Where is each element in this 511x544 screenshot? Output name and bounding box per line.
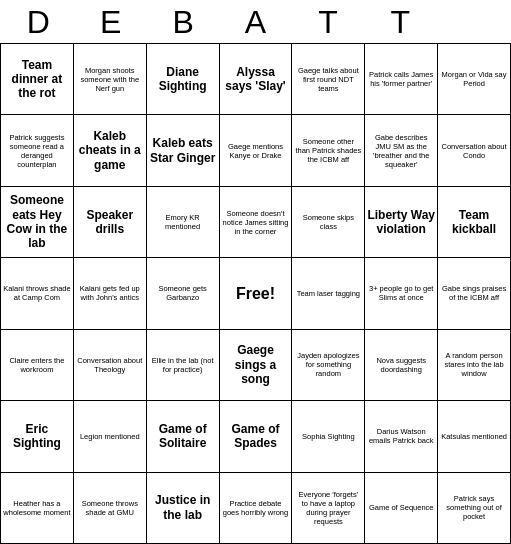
bingo-cell-27[interactable]: Gabe sings praises of the ICBM aff bbox=[438, 258, 511, 329]
bingo-cell-13[interactable]: Conversation about Condo bbox=[438, 115, 511, 186]
bingo-cell-42[interactable]: Heather has a wholesome moment bbox=[1, 473, 74, 544]
bingo-cell-46[interactable]: Everyone 'forgets' to have a laptop duri… bbox=[292, 473, 365, 544]
bingo-cell-6[interactable]: Morgan or Vida say Period bbox=[438, 44, 511, 115]
bingo-cell-23[interactable]: Someone gets Garbanzo bbox=[147, 258, 220, 329]
bingo-cell-11[interactable]: Someone other than Patrick shades the IC… bbox=[292, 115, 365, 186]
bingo-cell-12[interactable]: Gabe describes JMU SM as the 'breather a… bbox=[365, 115, 438, 186]
bingo-cell-33[interactable]: Nova suggests doordashing bbox=[365, 330, 438, 401]
bingo-cell-4[interactable]: Gaege talks about first round NDT teams bbox=[292, 44, 365, 115]
bingo-card: DEBATT Team dinner at the rotMorgan shoo… bbox=[0, 0, 511, 544]
title-letter-1: E bbox=[74, 4, 146, 41]
title-letter-2: B bbox=[147, 4, 219, 41]
bingo-cell-0[interactable]: Team dinner at the rot bbox=[1, 44, 74, 115]
bingo-cell-24[interactable]: Free! bbox=[220, 258, 293, 329]
bingo-cell-44[interactable]: Justice in the lab bbox=[147, 473, 220, 544]
bingo-cell-10[interactable]: Gaege mentions Kanye or Drake bbox=[220, 115, 293, 186]
bingo-cell-41[interactable]: Katsulas mentioned bbox=[438, 401, 511, 472]
bingo-cell-25[interactable]: Team laser tagging bbox=[292, 258, 365, 329]
bingo-cell-29[interactable]: Conversation about Theology bbox=[74, 330, 147, 401]
bingo-cell-34[interactable]: A random person stares into the lab wind… bbox=[438, 330, 511, 401]
title-letter-5: T bbox=[364, 4, 436, 41]
bingo-cell-30[interactable]: Ellie in the lab (not for practice) bbox=[147, 330, 220, 401]
title-letter-4: T bbox=[292, 4, 364, 41]
bingo-cell-39[interactable]: Sophia Sighting bbox=[292, 401, 365, 472]
bingo-cell-21[interactable]: Kalani throws shade at Camp Com bbox=[1, 258, 74, 329]
bingo-cell-18[interactable]: Someone skips class bbox=[292, 187, 365, 258]
bingo-cell-17[interactable]: Someone doesn't notice James sitting in … bbox=[220, 187, 293, 258]
bingo-grid: Team dinner at the rotMorgan shoots some… bbox=[0, 43, 511, 544]
bingo-cell-16[interactable]: Emory KR mentioned bbox=[147, 187, 220, 258]
bingo-cell-1[interactable]: Morgan shoots someone with the Nerf gun bbox=[74, 44, 147, 115]
bingo-cell-8[interactable]: Kaleb cheats in a game bbox=[74, 115, 147, 186]
bingo-cell-48[interactable]: Patrick says something out of pocket bbox=[438, 473, 511, 544]
bingo-cell-7[interactable]: Patrick suggests someone read a deranged… bbox=[1, 115, 74, 186]
bingo-cell-37[interactable]: Game of Solitaire bbox=[147, 401, 220, 472]
bingo-cell-3[interactable]: Alyssa says 'Slay' bbox=[220, 44, 293, 115]
bingo-cell-9[interactable]: Kaleb eats Star Ginger bbox=[147, 115, 220, 186]
bingo-cell-19[interactable]: Liberty Way violation bbox=[365, 187, 438, 258]
bingo-cell-35[interactable]: Eric Sighting bbox=[1, 401, 74, 472]
bingo-cell-15[interactable]: Speaker drills bbox=[74, 187, 147, 258]
title-letter-3: A bbox=[219, 4, 291, 41]
bingo-cell-38[interactable]: Game of Spades bbox=[220, 401, 293, 472]
bingo-cell-2[interactable]: Diane Sighting bbox=[147, 44, 220, 115]
bingo-cell-32[interactable]: Jayden apologizes for something random bbox=[292, 330, 365, 401]
bingo-cell-22[interactable]: Kalani gets fed up with John's antics bbox=[74, 258, 147, 329]
bingo-cell-31[interactable]: Gaege sings a song bbox=[220, 330, 293, 401]
bingo-cell-5[interactable]: Patrick calls James his 'former partner' bbox=[365, 44, 438, 115]
title-letter-0: D bbox=[2, 4, 74, 41]
bingo-cell-28[interactable]: Claire enters the workroom bbox=[1, 330, 74, 401]
bingo-cell-14[interactable]: Someone eats Hey Cow in the lab bbox=[1, 187, 74, 258]
bingo-cell-43[interactable]: Someone throws shade at GMU bbox=[74, 473, 147, 544]
bingo-cell-26[interactable]: 3+ people go to get Slims at once bbox=[365, 258, 438, 329]
bingo-cell-20[interactable]: Team kickball bbox=[438, 187, 511, 258]
bingo-cell-47[interactable]: Game of Sequence bbox=[365, 473, 438, 544]
bingo-cell-40[interactable]: Darius Watson emails Patrick back bbox=[365, 401, 438, 472]
bingo-cell-36[interactable]: Legion mentioned bbox=[74, 401, 147, 472]
bingo-cell-45[interactable]: Practice debate goes horribly wrong bbox=[220, 473, 293, 544]
bingo-title: DEBATT bbox=[0, 0, 511, 43]
